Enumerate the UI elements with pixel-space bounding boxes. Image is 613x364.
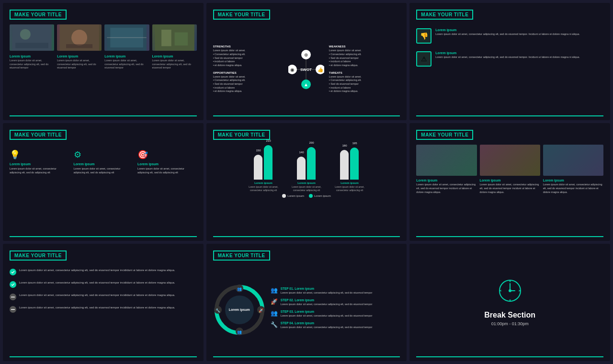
svg-text:▲: ▲ [304, 82, 309, 87]
check-icon-1 [10, 269, 16, 277]
svg-rect-26 [11, 296, 15, 297]
image-1 [10, 24, 54, 51]
bar-group-2: 140 200 Lorem ipsum Lorem ipsum dolor si… [290, 147, 323, 192]
caption-4-text: Lorem ipsum dolor sit amet, consectetur … [152, 59, 197, 70]
caption-1-text: Lorem ipsum dolor sit amet, consectetur … [10, 59, 54, 70]
slide-3: Make Your Title 👎 Lorem ipsum Lorem ipsu… [409, 3, 610, 120]
bar-1-teal: 210 [264, 145, 272, 180]
circle-center-label: Lorem ipsum [229, 308, 250, 312]
col-3-icon: 🎯 [137, 149, 197, 160]
slide-1-title: Make Your Title [10, 10, 67, 20]
opportunities-title: OPPORTUNITIES [213, 71, 284, 74]
chart-legend: Lorem ipsum Lorem ipsum [213, 194, 400, 198]
check-3: Lorem ipsum dolor sit amet, consectetur … [10, 293, 197, 302]
swot-diagram: STRENGTHS Lorem ipsum dolor sit amet.• C… [213, 24, 400, 114]
caption-2-text: Lorem ipsum dolor sit amet, consectetur … [57, 59, 102, 70]
caption-1: Lorem ipsum Lorem ipsum dolor sit amet, … [10, 55, 54, 70]
steps-list: 👥 STEP 01. Lorem ipsum Lorem ipsum dolor… [271, 287, 400, 333]
strengths-text: Lorem ipsum dolor sit amet.• Consectetur… [213, 49, 284, 67]
break-time: 01:00pm - 01:30pm [491, 321, 529, 326]
swot-left: STRENGTHS Lorem ipsum dolor sit amet.• C… [213, 45, 284, 93]
svg-rect-28 [11, 309, 15, 310]
bars-3: 180 195 [340, 148, 359, 180]
slide-4-title: Make Your Title [10, 130, 67, 140]
slide-2-title: Make Your Title [213, 10, 270, 20]
bottom-line-4 [10, 236, 197, 237]
step-4-icon: 🔧 [271, 321, 278, 328]
slide-6-cap-3: Lorem ipsum Lorem ipsum dolor sit amet, … [543, 179, 603, 194]
svg-rect-11 [174, 33, 188, 46]
slide-8: Make Your Title 👥 🚀 👥 🔧 [206, 244, 407, 361]
clock-icon [498, 279, 522, 307]
caption-4: Lorem ipsum Lorem ipsum dolor sit amet, … [152, 55, 197, 70]
svg-text:SWOT: SWOT [300, 68, 312, 72]
bottom-line-2 [213, 115, 400, 116]
slide-3-content2: ⚠ Lorem ipsum Lorem ipsum dolor sit amet… [416, 51, 603, 68]
slide-4: Make Your Title 💡 Lorem ipsum Lorem ipsu… [3, 123, 204, 240]
step-4: 🔧 STEP 04. Lorem ipsum Lorem ipsum dolor… [271, 321, 400, 329]
bar-3-teal: 195 [350, 148, 359, 180]
slide-2: Make Your Title STRENGTHS Lorem ipsum do… [206, 3, 407, 120]
step-1: 👥 STEP 01. Lorem ipsum Lorem ipsum dolor… [271, 287, 400, 295]
slide-7: Make Your Title Lorem ipsum dolor sit am… [3, 244, 204, 361]
slide-1-captions: Lorem ipsum Lorem ipsum dolor sit amet, … [10, 55, 197, 70]
slide-7-title: Make Your Title [10, 250, 67, 261]
strengths-title: STRENGTHS [213, 45, 284, 48]
caption-2-title: Lorem ipsum [57, 55, 102, 58]
bar-2-teal: 200 [307, 147, 316, 180]
break-content: Break Section 01:00pm - 01:30pm [416, 250, 603, 354]
bottom-line-3 [416, 115, 603, 116]
svg-text:🔧: 🔧 [216, 308, 220, 313]
col-2-icon: ⚙ [74, 149, 133, 160]
bar-desc-3: Lorem ipsum dolor sit amet, consectetur … [333, 185, 366, 192]
slide-6-title: Make Your Title [416, 130, 473, 140]
bar-chart: 150 210 Lorem ipsum Lorem ipsum dolor si… [213, 148, 400, 192]
svg-text:👥: 👥 [237, 286, 242, 291]
bar-1-white: 150 [254, 155, 262, 180]
legend-dot-white [282, 194, 286, 198]
col-1: 💡 Lorem ipsum Lorem ipsum dolor sit amet… [10, 149, 69, 174]
bottom-line-6 [416, 236, 603, 237]
item-2: ⚠ Lorem ipsum Lorem ipsum dolor sit amet… [416, 51, 603, 68]
slide-1: Make Your Title Lorem ipsum Lorem ipsum … [3, 3, 204, 120]
slide-6: Make Your Title Lorem ipsum Lorem ipsum … [409, 123, 610, 240]
bottom-line-8 [213, 356, 400, 357]
col-2: ⚙ Lorem ipsum Lorem ipsum dolor sit amet… [74, 149, 133, 174]
weakness-title: WEAKNESS [329, 45, 400, 48]
slide-3-content: 👎 Lorem ipsum Lorem ipsum dolor sit amet… [416, 28, 603, 46]
check-1: Lorem ipsum dolor sit amet, consectetur … [10, 268, 197, 277]
caption-3: Lorem ipsum Lorem ipsum dolor sit amet, … [104, 55, 149, 70]
bar-group-3: 180 195 Lorem ipsum Lorem ipsum dolor si… [333, 148, 366, 192]
caption-1-title: Lorem ipsum [10, 55, 54, 58]
check-icon-3 [10, 294, 16, 302]
item-1-icon: 👎 [416, 28, 431, 44]
caption-2: Lorem ipsum Lorem ipsum dolor sit amet, … [57, 55, 102, 70]
svg-text:👍: 👍 [318, 67, 324, 73]
svg-text:👥: 👥 [237, 330, 242, 334]
image-2 [57, 24, 102, 51]
slide-6-img-2 [480, 145, 540, 176]
bar-desc-2: Lorem ipsum dolor sit amet, consectetur … [290, 185, 323, 192]
slide-5: Make Your Title 150 210 Lorem ipsum Lore… [206, 123, 407, 240]
bar-2-white: 140 [297, 157, 306, 180]
check-4: Lorem ipsum dolor sit amet, consectetur … [10, 306, 197, 314]
slide-3-title: Make Your Title [416, 10, 473, 20]
legend-teal: Lorem ipsum [309, 194, 331, 198]
step-2: 🚀 STEP 02. Lorem ipsum Lorem ipsum dolor… [271, 298, 400, 306]
svg-text:◉: ◉ [290, 67, 295, 72]
bottom-line-1 [10, 115, 197, 116]
image-4 [152, 24, 197, 51]
step-3: 👥 STEP 03. Lorem ipsum Lorem ipsum dolor… [271, 310, 400, 318]
step-4-content: STEP 04. Lorem ipsum Lorem ipsum dolor s… [281, 321, 373, 329]
bar-desc-1: Lorem ipsum dolor sit amet, consectetur … [247, 185, 280, 192]
swot-right: WEAKNESS Lorem ipsum dolor sit amet.• Co… [329, 45, 400, 93]
col-1-icon: 💡 [10, 149, 69, 160]
bars-2: 140 200 [297, 147, 316, 180]
svg-text:🚀: 🚀 [259, 308, 263, 313]
item-2-text: Lorem ipsum Lorem ipsum dolor sit amet, … [435, 51, 579, 59]
caption-3-title: Lorem ipsum [104, 55, 149, 58]
slide-9: Break Section 01:00pm - 01:30pm [409, 244, 610, 361]
bottom-line-7 [10, 356, 197, 357]
slide-6-cap-1: Lorem ipsum Lorem ipsum dolor sit amet, … [416, 179, 477, 194]
step-2-icon: 🚀 [271, 298, 278, 305]
